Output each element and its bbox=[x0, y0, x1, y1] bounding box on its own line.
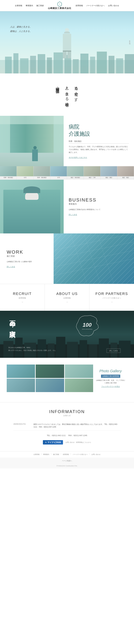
mynavi-icon: ∧ bbox=[45, 441, 47, 444]
mynavi-sub: お問い合わせ・採用情報はこちらから bbox=[66, 441, 91, 444]
work-section: WORK 施工実績 山崎建設工業が造った建物や場所 詳しくみる bbox=[0, 234, 134, 284]
thumb-8[interactable]: 施設・施設 bbox=[117, 166, 134, 180]
thumb-5[interactable]: 施設・福祉施設 bbox=[67, 166, 84, 180]
thumb-img-3 bbox=[33, 166, 50, 176]
thumb-2[interactable]: 住宅 bbox=[17, 166, 33, 180]
hundred-link[interactable]: 詳しくみる bbox=[107, 349, 121, 352]
work-content: WORK 施工実績 山崎建設工業が造った建物や場所 詳しくみる bbox=[0, 234, 54, 284]
thumb-label-2: 住宅 bbox=[17, 176, 33, 179]
thumb-3[interactable]: 医療・福祉施設 bbox=[33, 166, 50, 180]
box-recruit-arrow: → bbox=[21, 301, 23, 303]
gallery-cell-5[interactable] bbox=[36, 379, 64, 392]
gallery-info: Photo Gallery 山崎建設工業の採用情報 山崎建設工業の仕事、社員、 … bbox=[94, 364, 127, 392]
thumb-4[interactable]: 住宅 bbox=[50, 166, 67, 180]
nav-left: 企業情報 事業案内 施工実績 bbox=[13, 3, 45, 8]
work-desc: 山崎建設工業が造った建物や場所 bbox=[7, 260, 47, 263]
gallery-cell-6[interactable] bbox=[65, 379, 93, 392]
business-jp-title: 事業案内 bbox=[69, 203, 129, 206]
nav-logo[interactable]: Y 山崎建設工業株式会社 bbox=[45, 1, 74, 10]
svg-rect-14 bbox=[97, 52, 107, 74]
business-content: BUSINESS 事業案内 山崎建設工業株式会社の事業案内について 詳しくみる bbox=[64, 180, 134, 234]
business-link[interactable]: 詳しくみる bbox=[69, 214, 129, 216]
business-en-title: BUSINESS bbox=[69, 197, 129, 203]
hero-section: 人は、建物と生きる。 建物は、人と生きる。 scroll bbox=[0, 11, 134, 74]
thumb-label-4: 住宅 bbox=[50, 176, 67, 179]
hospital-desc: 子どもから高齢者まで、市民・子どや要望者など大切な地域に 暮らす方が安心できる環… bbox=[69, 145, 129, 154]
svg-line-21 bbox=[54, 259, 134, 276]
svg-rect-5 bbox=[20, 58, 28, 74]
box-about[interactable]: ABOUT US 企業情報 → bbox=[45, 284, 89, 311]
box-recruit[interactable]: RECRUIT 採用情報 → bbox=[0, 284, 45, 311]
mynavi-row: ∧ マイナビ2026 お問い合わせ・採用情報はこちらから bbox=[13, 440, 121, 444]
svg-rect-6 bbox=[30, 56, 36, 74]
gallery-cell-4[interactable] bbox=[7, 379, 35, 392]
svg-rect-9 bbox=[54, 52, 63, 74]
three-boxes: RECRUIT 採用情報 → ABOUT US 企業情報 → FOR PARTN… bbox=[0, 284, 134, 311]
thumb-label-3: 医療・福祉施設 bbox=[33, 176, 50, 179]
info-title-jp: お知らせ bbox=[13, 414, 121, 417]
work-link[interactable]: 詳しくみる bbox=[7, 266, 47, 268]
svg-line-24 bbox=[97, 234, 114, 284]
gallery-cell-3[interactable] bbox=[65, 364, 93, 378]
nav-contact[interactable]: お問い合わせ bbox=[106, 3, 121, 8]
svg-line-22 bbox=[70, 234, 87, 284]
nav-kigyou[interactable]: 企業情報 bbox=[13, 3, 24, 8]
navbar: 企業情報 事業案内 施工実績 Y 山崎建設工業株式会社 採用情報 パートナーの皆… bbox=[0, 0, 134, 11]
thumb-1[interactable]: 医療・福祉施設 bbox=[0, 166, 17, 180]
svg-line-20 bbox=[54, 250, 134, 267]
page-top-link[interactable]: ページ先頭へ bbox=[62, 460, 72, 462]
nav-saiyou[interactable]: 採用情報 bbox=[74, 3, 85, 8]
footer-nav-1[interactable]: 企業情報 bbox=[32, 453, 41, 456]
gallery-link[interactable]: フォトギャラリーを見る bbox=[101, 385, 120, 388]
svg-rect-31 bbox=[56, 337, 65, 358]
gallery-grid bbox=[7, 364, 93, 392]
nav-partner[interactable]: パートナーの皆さまへ bbox=[85, 3, 106, 8]
footer-copyright: ©YAMAZAKI Construction Fire. bbox=[0, 463, 134, 468]
svg-rect-32 bbox=[67, 342, 78, 358]
nav-sekou[interactable]: 施工実績 bbox=[35, 3, 45, 8]
thumb-img-6 bbox=[84, 166, 100, 176]
thumb-7[interactable]: 施設・施設 bbox=[101, 166, 117, 180]
thumb-label-7: 施設・施設 bbox=[101, 176, 117, 179]
work-image bbox=[54, 234, 134, 284]
corridor-bg bbox=[0, 116, 64, 166]
thumb-label-6: 施設・工事 bbox=[84, 176, 100, 179]
hospital-title: 病院 介護施設 bbox=[69, 123, 129, 137]
hero-tagline-line1: 人は、建物と生きる。 bbox=[10, 25, 32, 29]
footer-nav-2[interactable]: 事業案内 bbox=[42, 453, 50, 456]
thumb-6[interactable]: 施設・工事 bbox=[84, 166, 101, 180]
gallery-section: Photo Gallery 山崎建設工業の採用情報 山崎建設工業の仕事、社員、 … bbox=[0, 358, 134, 402]
info-title-en: INFORMATION bbox=[13, 409, 121, 414]
svg-text:since anniversary: since anniversary bbox=[82, 328, 92, 330]
hospital-link[interactable]: まさまる詳しくはこちら bbox=[69, 156, 129, 159]
svg-text:Y: Y bbox=[59, 3, 60, 5]
box-partners-arrow: → bbox=[111, 301, 113, 303]
thumb-img-1 bbox=[0, 166, 17, 176]
hero-figure bbox=[63, 28, 71, 58]
svg-rect-3 bbox=[5, 57, 12, 74]
footer-nav-6[interactable]: お問い合わせ bbox=[90, 453, 102, 456]
hospital-subtitle: 医療・福祉施設 bbox=[69, 140, 129, 144]
mynavi-logo[interactable]: ∧ マイナビ2026 bbox=[43, 440, 63, 444]
hospital-image bbox=[0, 116, 64, 166]
box-about-arrow: → bbox=[66, 301, 68, 303]
intro-desc1: 人と生きる建物を bbox=[64, 84, 70, 106]
footer-nav-3[interactable]: 施工実績 bbox=[52, 453, 60, 456]
svg-line-19 bbox=[54, 242, 134, 259]
footer-nav-4[interactable]: 採用情報 bbox=[62, 453, 70, 456]
gallery-cell-2[interactable] bbox=[36, 364, 64, 378]
svg-rect-12 bbox=[80, 54, 88, 74]
intro-desc2: 造る会社です。 bbox=[73, 84, 79, 104]
hospital-section: 病院 介護施設 医療・福祉施設 子どもから高齢者まで、市民・子どや要望者など大切… bbox=[0, 116, 134, 166]
gallery-cell-1[interactable] bbox=[7, 364, 35, 378]
info-row-1: 2020年03月27日 新型コロナウイルスにつきましては、厚生労働省の指定に従い… bbox=[13, 421, 121, 430]
intro-company: 山崎建設工業は、 bbox=[55, 84, 61, 97]
nav-jigyo[interactable]: 事業案内 bbox=[24, 3, 35, 8]
svg-rect-33 bbox=[79, 340, 87, 358]
box-about-en: ABOUT US bbox=[56, 292, 78, 296]
svg-rect-35 bbox=[99, 338, 109, 358]
footer-nav-5[interactable]: パートナーの皆さまへ bbox=[72, 453, 89, 456]
hero-tagline-line2: 建物は、人と生きる。 bbox=[10, 29, 32, 34]
box-partners[interactable]: FOR PARTNERS パートナーの皆さまへ → bbox=[89, 284, 134, 311]
hero-tagline: 人は、建物と生きる。 建物は、人と生きる。 bbox=[10, 25, 32, 34]
